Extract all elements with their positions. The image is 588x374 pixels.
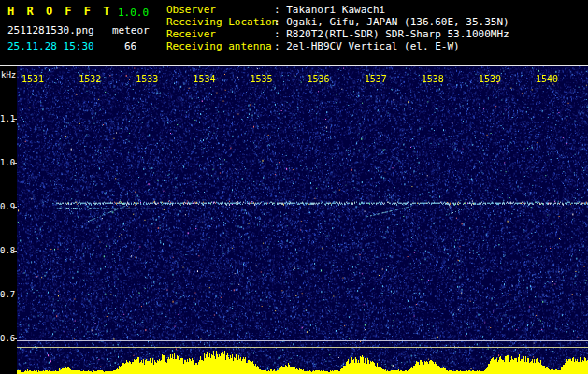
info-value: Takanori Kawachi [286, 4, 385, 16]
info-colon: : [274, 4, 286, 16]
x-tick-label: 1539 [479, 74, 501, 84]
info-label: Receiver [166, 28, 274, 40]
y-tick-label: 1.1 [0, 114, 13, 123]
spectrogram-canvas [17, 66, 588, 374]
y-tick-mark [13, 119, 17, 120]
y-tick-mark [13, 251, 17, 252]
output-filename: 2511281530.png [7, 24, 94, 36]
mode-label: meteor [112, 24, 150, 36]
x-tick-label: 1535 [250, 74, 272, 84]
info-row: Receiving antenna: 2el-HB9CV Vertical (e… [166, 40, 509, 52]
info-value: Ogaki, Gifu, JAPAN (136.60E, 35.35N) [286, 16, 509, 28]
info-value: R820T2(RTL-SDR) SDR-Sharp 53.1000MHz [286, 28, 509, 40]
info-label: Observer [166, 4, 274, 16]
x-tick-label: 1538 [422, 74, 444, 84]
header: H R O F F T 1.0.0 2511281530.png meteor … [0, 0, 588, 65]
y-tick-mark [13, 207, 17, 208]
x-tick-label: 1531 [22, 74, 44, 84]
y-tick-label: 0.7 [0, 290, 13, 299]
info-row: Observer: Takanori Kawachi [166, 4, 509, 16]
info-row: Receiver: R820T2(RTL-SDR) SDR-Sharp 53.1… [166, 28, 509, 40]
info-colon: : [274, 40, 286, 52]
info-label: Receiving antenna [166, 40, 274, 52]
y-tick-label: 0.8 [0, 246, 13, 255]
x-tick-label: 1533 [136, 74, 158, 84]
x-tick-label: 1534 [193, 74, 215, 84]
app-version: 1.0.0 [118, 7, 149, 19]
header-info: Observer: Takanori KawachiReceiving Loca… [166, 4, 509, 52]
info-colon: : [274, 28, 286, 40]
x-tick-label: 1537 [365, 74, 387, 84]
y-tick-mark [13, 163, 17, 164]
x-tick-label: 1532 [79, 74, 101, 84]
x-tick-label: 1540 [536, 74, 558, 84]
y-axis-unit-label: kHz [1, 70, 16, 79]
counter: 66 [124, 40, 136, 52]
y-tick-mark [13, 295, 17, 295]
info-row: Receiving Location: Ogaki, Gifu, JAPAN (… [166, 16, 509, 28]
app-title: H R O F F T [7, 5, 112, 18]
y-tick-label: 0.6 [0, 334, 13, 343]
y-tick-label: 1.0 [0, 158, 13, 167]
y-tick-mark [13, 338, 17, 339]
datetime: 25.11.28 15:30 [7, 40, 94, 52]
info-label: Receiving Location [166, 16, 274, 28]
info-colon: : [274, 16, 286, 28]
y-tick-label: 0.9 [0, 202, 13, 211]
info-value: 2el-HB9CV Vertical (el. E-W) [286, 40, 459, 52]
x-tick-label: 1536 [308, 74, 330, 84]
